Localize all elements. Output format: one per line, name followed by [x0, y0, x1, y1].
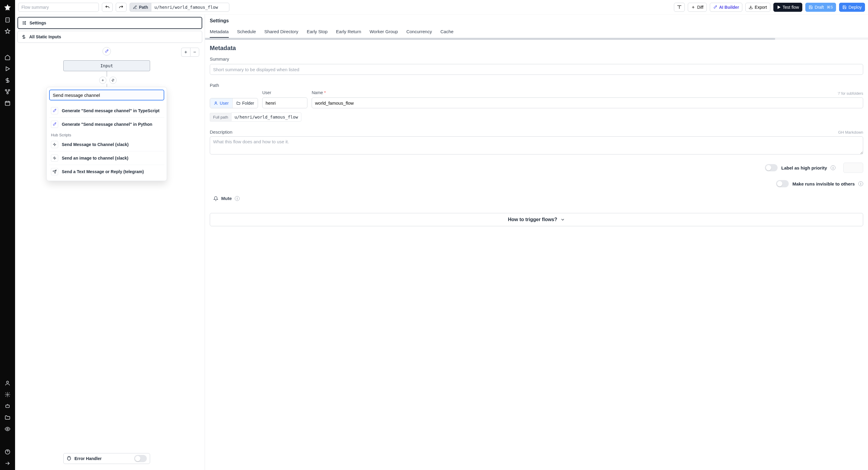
modules-icon[interactable] [4, 89, 10, 95]
tab-metadata[interactable]: Metadata [210, 26, 229, 38]
flow-summary-input[interactable] [18, 3, 99, 12]
telegram-icon [51, 168, 58, 175]
gh-markdown-hint: GH Markdown [838, 130, 863, 135]
svg-rect-7 [6, 405, 9, 408]
error-handler-bar[interactable]: Error Handler [63, 453, 150, 464]
name-field-label: Name * [312, 90, 326, 95]
user-icon[interactable] [4, 380, 10, 386]
ai-builder-button[interactable]: AI Builder [710, 3, 742, 12]
tab-early-return[interactable]: Early Return [336, 26, 361, 38]
description-label: Description [210, 129, 232, 135]
settings-label: Settings [30, 21, 46, 25]
connector-line [107, 71, 107, 77]
tab-worker-group[interactable]: Worker Group [370, 26, 398, 38]
canvas-column: Settings All Static Inputs + − Input [15, 14, 205, 470]
svg-rect-18 [54, 156, 55, 158]
path-label: Path [139, 5, 148, 10]
owner-segmented: User Folder [210, 98, 258, 108]
input-node[interactable]: Input [63, 60, 150, 71]
hub-script-telegram[interactable]: Send a Text Message or Reply (telegram) [49, 165, 164, 178]
all-static-inputs-box[interactable]: All Static Inputs [18, 31, 202, 43]
svg-point-11 [25, 24, 26, 25]
info-icon[interactable]: i [235, 196, 240, 201]
seg-user[interactable]: User [210, 98, 232, 108]
hub-scripts-heading: Hub Scripts [49, 131, 164, 138]
svg-rect-14 [54, 143, 55, 144]
user-field-label: User [262, 90, 307, 95]
tab-schedule[interactable]: Schedule [237, 26, 256, 38]
draft-button[interactable]: Draft⌘S [805, 3, 836, 12]
bot-icon[interactable] [4, 403, 10, 409]
bolt-node-button[interactable] [110, 77, 117, 84]
home-icon[interactable] [4, 54, 10, 60]
svg-rect-19 [54, 158, 55, 159]
path-button[interactable]: Path [130, 3, 151, 12]
action-search-dropdown: Generate "Send message channel" in TypeS… [46, 87, 167, 181]
tab-cache[interactable]: Cache [440, 26, 453, 38]
left-rail [0, 0, 15, 470]
summary-label: Summary [210, 56, 863, 62]
error-handler-toggle[interactable] [134, 455, 147, 462]
star-icon[interactable] [4, 28, 10, 34]
test-flow-button[interactable]: Test flow [773, 3, 802, 12]
svg-rect-15 [54, 145, 55, 146]
invisible-toggle[interactable] [776, 180, 789, 187]
mute-label: Mute [221, 196, 232, 201]
subfolder-hint: '/' for subfolders [838, 91, 863, 96]
priority-value-box [843, 163, 863, 173]
name-field[interactable] [312, 97, 863, 108]
generate-python-option[interactable]: Generate "Send message channel" in Pytho… [49, 118, 164, 131]
info-icon[interactable]: i [831, 165, 835, 170]
action-search-input[interactable] [49, 90, 164, 100]
user-field[interactable] [262, 97, 307, 108]
error-handler-label: Error Handler [74, 456, 101, 461]
eye-icon[interactable] [4, 426, 10, 432]
svg-rect-16 [53, 158, 54, 158]
tab-shared-directory[interactable]: Shared Directory [264, 26, 299, 38]
tab-early-stop[interactable]: Early Stop [307, 26, 328, 38]
diff-button[interactable]: Diff [688, 3, 707, 12]
building-icon[interactable] [4, 17, 10, 23]
svg-point-8 [7, 429, 8, 430]
calendar-icon[interactable] [4, 100, 10, 106]
hub-script-slack-image[interactable]: Send an image to channel (slack) [49, 151, 164, 165]
settings-tabs: Metadata Schedule Shared Directory Early… [205, 26, 868, 38]
gear-icon[interactable] [4, 391, 10, 398]
seg-folder[interactable]: Folder [233, 98, 258, 108]
collapse-icon[interactable] [4, 460, 10, 466]
svg-rect-4 [5, 101, 10, 105]
zoom-in-button[interactable]: + [181, 48, 190, 57]
redo-button[interactable] [116, 3, 127, 12]
slack-icon [51, 154, 58, 162]
description-textarea[interactable] [210, 136, 863, 154]
export-button[interactable]: Export [745, 3, 770, 12]
book-button[interactable] [674, 3, 685, 12]
play-icon[interactable] [4, 66, 10, 72]
generate-typescript-option[interactable]: Generate "Send message channel" in TypeS… [49, 104, 164, 117]
svg-rect-17 [55, 158, 56, 158]
settings-box[interactable]: Settings [18, 17, 202, 29]
undo-button[interactable] [102, 3, 113, 12]
hub-script-slack-message[interactable]: Send Message to Channel (slack) [49, 138, 164, 151]
tab-concurrency[interactable]: Concurrency [406, 26, 432, 38]
magic-wand-icon [51, 107, 58, 114]
magic-wand-node[interactable] [102, 47, 111, 56]
info-icon[interactable]: i [858, 181, 863, 186]
logo-icon[interactable] [4, 4, 11, 11]
full-path-value: u/henri/world_famous_flow [231, 113, 301, 122]
priority-toggle[interactable] [765, 164, 778, 171]
folder-icon[interactable] [4, 414, 10, 420]
zoom-out-button[interactable]: − [190, 48, 199, 57]
trigger-flows-box[interactable]: How to trigger flows? [210, 213, 863, 226]
summary-input[interactable] [210, 64, 863, 75]
slack-icon [51, 141, 58, 148]
tabs-scrollbar[interactable] [205, 38, 868, 40]
invisible-label: Make runs invisible to others [792, 181, 855, 186]
svg-rect-12 [53, 144, 54, 145]
svg-point-5 [7, 381, 9, 383]
help-icon[interactable] [4, 449, 10, 455]
dollar-icon[interactable] [4, 77, 10, 83]
add-node-button[interactable] [99, 77, 106, 84]
topbar: Path u/henri/world_famous_flow Diff AI B… [15, 0, 868, 14]
deploy-button[interactable]: Deploy [839, 3, 865, 12]
